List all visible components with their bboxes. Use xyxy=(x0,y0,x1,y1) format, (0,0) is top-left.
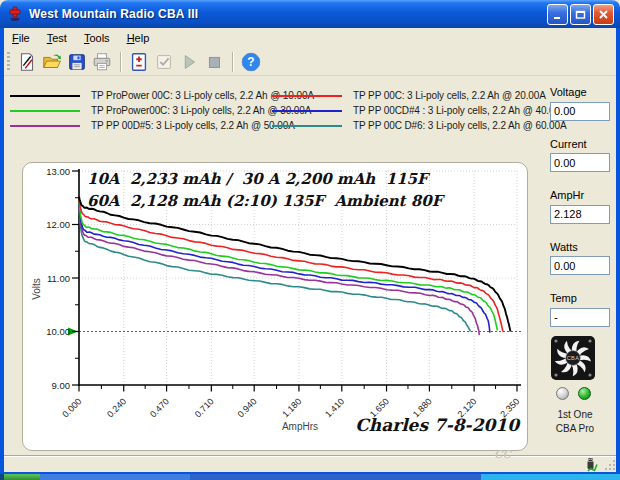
minimize-icon xyxy=(551,8,564,21)
menu-item-file[interactable]: File xyxy=(4,29,39,47)
menu-item-test[interactable]: Test xyxy=(39,29,76,47)
toolbar-separator xyxy=(120,52,122,72)
resize-grip[interactable] xyxy=(604,459,616,471)
field-group-temp: Temp xyxy=(550,292,616,327)
toolbar: ? xyxy=(4,48,616,76)
temp-value-field[interactable] xyxy=(550,308,610,327)
current-value-field[interactable] xyxy=(550,153,610,172)
status-leds xyxy=(556,387,591,400)
field-group-amphr: AmpHr xyxy=(550,189,616,224)
chart-panel[interactable]: 13.0012.0011.0010.009.000.0000.2400.4700… xyxy=(22,162,528,451)
menu-item-tools[interactable]: Tools xyxy=(76,29,119,47)
legend-label: TP PP 00C D#6: 3 Li-poly cells, 2.2 Ah @… xyxy=(353,120,567,131)
window-title: West Mountain Radio CBA III xyxy=(29,7,198,21)
svg-text:?: ? xyxy=(247,55,254,69)
legend-swatch xyxy=(272,95,342,97)
window-border-left xyxy=(0,28,4,474)
field-label: Watts xyxy=(550,241,616,253)
chart-legend: TP ProPower 00C: 3 Li-poly cells, 2.2 Ah… xyxy=(10,88,542,133)
legend-label: TP PP 00CD#4 : 3 Li-poly cells, 2.2 Ah @… xyxy=(353,105,567,116)
watts-value-field[interactable] xyxy=(550,256,610,275)
close-icon xyxy=(597,8,610,21)
readings-panel: VoltageCurrentAmpHrWattsTemp xyxy=(550,86,616,344)
field-group-voltage: Voltage xyxy=(550,86,616,121)
field-label: Temp xyxy=(550,292,616,304)
svg-text:Volts: Volts xyxy=(31,278,42,300)
legend-item-3[interactable]: TP PP 00CD#4 : 3 Li-poly cells, 2.2 Ah @… xyxy=(272,105,542,116)
new-test-icon[interactable] xyxy=(127,50,151,74)
svg-text:12.00: 12.00 xyxy=(46,219,70,230)
legend-item-1[interactable]: TP PP 00C: 3 Li-poly cells, 2.2 Ah @ 20.… xyxy=(272,90,542,101)
legend-item-4[interactable]: TP PP 00D#5: 3 Li-poly cells, 2.2 Ah @ 5… xyxy=(10,120,272,131)
svg-text:1.410: 1.410 xyxy=(323,396,346,419)
svg-text:0.000: 0.000 xyxy=(60,396,83,419)
maximize-button[interactable] xyxy=(570,4,591,25)
taskbar-button[interactable] xyxy=(190,474,481,480)
field-label: Voltage xyxy=(550,86,616,98)
legend-swatch xyxy=(10,125,80,127)
save-icon[interactable] xyxy=(65,50,89,74)
led-off-indicator xyxy=(556,387,569,400)
status-bar xyxy=(4,455,616,472)
help-icon[interactable]: ? xyxy=(239,50,263,74)
new-icon[interactable] xyxy=(15,50,39,74)
svg-text:0.940: 0.940 xyxy=(236,396,259,419)
svg-text:CBA: CBA xyxy=(567,355,580,361)
menu-item-help[interactable]: Help xyxy=(119,29,159,47)
legend-item-2[interactable]: TP ProPower00C: 3 Li-poly cells, 2.2 Ah … xyxy=(10,105,272,116)
watermark: cc xyxy=(494,444,511,462)
voltage-value-field[interactable] xyxy=(550,102,610,121)
menu-bar: FileTestToolsHelp xyxy=(4,28,616,48)
led-on-indicator xyxy=(578,387,591,400)
print-icon[interactable] xyxy=(90,50,114,74)
taskbar-section[interactable] xyxy=(40,474,190,480)
cba-fan-logo: CBA xyxy=(551,336,595,380)
toolbar-grip[interactable] xyxy=(7,52,10,72)
toolbar-separator xyxy=(232,52,234,72)
window-border-right xyxy=(616,28,620,474)
svg-text:9.00: 9.00 xyxy=(52,380,71,391)
checklist-icon[interactable] xyxy=(152,50,176,74)
series-curve xyxy=(79,197,511,332)
series-curve xyxy=(79,204,490,332)
svg-text:AmpHrs: AmpHrs xyxy=(282,421,318,432)
open-icon[interactable] xyxy=(40,50,64,74)
svg-text:0.240: 0.240 xyxy=(105,396,128,419)
brand-line2: CBA Pro xyxy=(543,423,607,434)
legend-label: TP PP 00C: 3 Li-poly cells, 2.2 Ah @ 20.… xyxy=(353,90,546,101)
usb-status-icon xyxy=(583,457,599,472)
chart-annotation-line2: 60A 2,128 mAh (2:10) 135F Ambient 80F xyxy=(87,192,442,210)
svg-text:10.00: 10.00 xyxy=(46,326,70,337)
field-label: AmpHr xyxy=(550,189,616,201)
minimize-button[interactable] xyxy=(547,4,568,25)
svg-text:13.00: 13.00 xyxy=(46,166,70,177)
legend-swatch xyxy=(10,110,80,112)
field-group-watts: Watts xyxy=(550,241,616,276)
chart-annotation-line1: 10A 2,233 mAh / 30 A 2,200 mAh 115F xyxy=(87,170,428,188)
field-group-current: Current xyxy=(550,138,616,173)
series-curve xyxy=(79,200,503,332)
brand-line1: 1st One xyxy=(543,409,607,420)
svg-text:0.710: 0.710 xyxy=(193,396,216,419)
app-icon xyxy=(7,6,23,22)
legend-label: TP PP 00D#5: 3 Li-poly cells, 2.2 Ah @ 5… xyxy=(91,120,295,131)
taskbar-tray[interactable] xyxy=(481,474,620,480)
legend-swatch xyxy=(10,95,80,97)
start-test-icon[interactable] xyxy=(177,50,201,74)
svg-text:11.00: 11.00 xyxy=(47,273,70,284)
chart-signature: Charles 7-8-2010 xyxy=(355,415,519,435)
title-bar[interactable]: West Mountain Radio CBA III xyxy=(0,0,620,28)
legend-swatch xyxy=(272,110,342,112)
svg-text:1.180: 1.180 xyxy=(280,396,303,419)
legend-item-0[interactable]: TP ProPower 00C: 3 Li-poly cells, 2.2 Ah… xyxy=(10,90,272,101)
amphr-value-field[interactable] xyxy=(550,205,610,224)
stop-test-icon[interactable] xyxy=(202,50,226,74)
close-button[interactable] xyxy=(593,4,614,25)
start-button[interactable] xyxy=(4,474,40,480)
field-label: Current xyxy=(550,138,616,150)
legend-swatch xyxy=(272,125,342,127)
svg-text:0.470: 0.470 xyxy=(148,396,171,419)
windows-taskbar[interactable] xyxy=(0,474,620,480)
maximize-icon xyxy=(574,8,587,21)
legend-item-5[interactable]: TP PP 00C D#6: 3 Li-poly cells, 2.2 Ah @… xyxy=(272,120,542,131)
